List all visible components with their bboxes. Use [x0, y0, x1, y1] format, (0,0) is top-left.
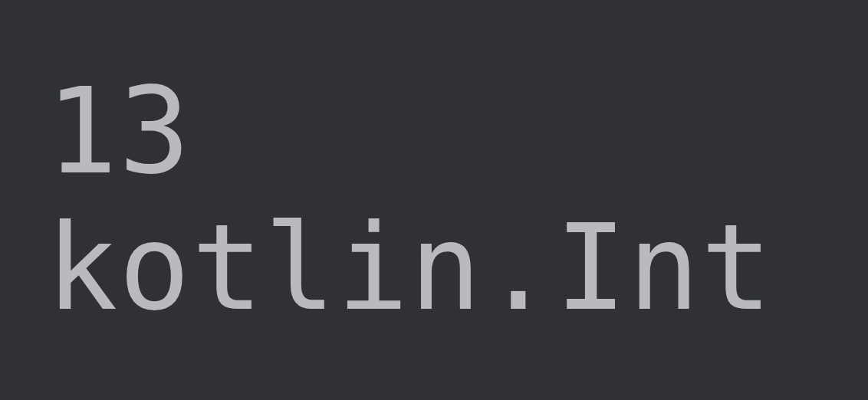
output-type: kotlin.Int — [46, 200, 822, 336]
output-value: 13 — [46, 64, 822, 200]
